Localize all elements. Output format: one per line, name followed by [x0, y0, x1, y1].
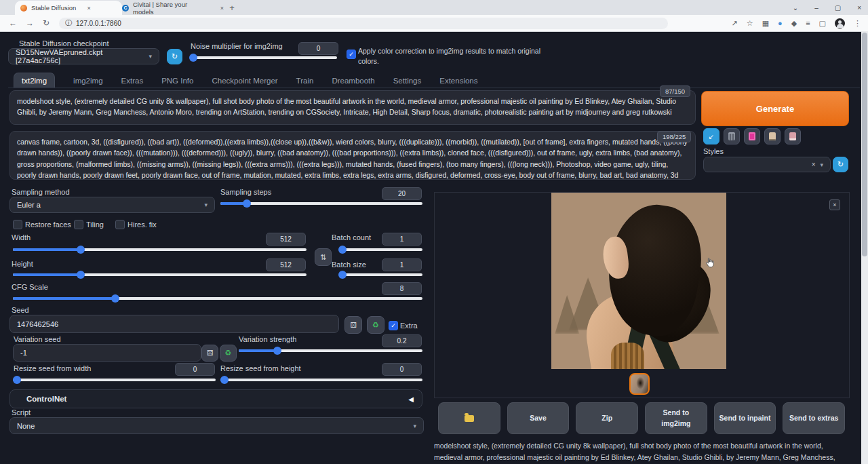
- script-value: None: [17, 422, 35, 430]
- width-value[interactable]: 512: [266, 233, 306, 246]
- save-button[interactable]: Save: [507, 402, 570, 434]
- batch-size-value[interactable]: 1: [382, 258, 422, 271]
- notebook-icon: [769, 132, 776, 140]
- height-label: Height: [12, 260, 33, 268]
- forward-icon[interactable]: →: [26, 18, 34, 28]
- resize-seed-width-value[interactable]: 0: [175, 363, 215, 376]
- controlnet-label: ControlNet: [26, 395, 66, 403]
- tab-close-icon[interactable]: ×: [87, 5, 90, 12]
- random-seed-dice-icon[interactable]: ⚄: [344, 316, 362, 334]
- resize-seed-width-slider[interactable]: [13, 376, 216, 384]
- batch-count-value[interactable]: 1: [382, 233, 422, 246]
- controlnet-accordion[interactable]: ControlNet ◀: [9, 389, 422, 408]
- maximize-icon[interactable]: ▢: [835, 4, 841, 12]
- width-slider[interactable]: [13, 246, 307, 254]
- clear-styles-icon[interactable]: ×: [812, 161, 816, 168]
- variation-dice-icon[interactable]: ⚄: [201, 345, 218, 362]
- batch-size-slider[interactable]: [339, 271, 422, 279]
- variation-seed-input[interactable]: -1: [13, 344, 201, 362]
- tab-png-info[interactable]: PNG Info: [161, 73, 193, 88]
- new-tab-button[interactable]: +: [226, 2, 237, 13]
- seed-input[interactable]: 1476462546: [9, 315, 339, 333]
- menu-dots-icon[interactable]: ⋮: [854, 19, 861, 28]
- seed-label: Seed: [12, 306, 29, 314]
- send-to-extras-button[interactable]: Send to extras: [783, 402, 845, 434]
- height-value[interactable]: 512: [266, 258, 306, 271]
- tab-txt2img[interactable]: txt2img: [14, 73, 55, 88]
- swap-width-height-button[interactable]: ⇅: [315, 248, 332, 266]
- reuse-seed-recycle-icon[interactable]: ♻: [367, 316, 384, 334]
- extension-blue-icon[interactable]: ●: [778, 19, 783, 27]
- tab-checkpoint-merger[interactable]: Checkpoint Merger: [212, 73, 277, 88]
- sampling-steps-value[interactable]: 20: [382, 187, 422, 200]
- browser-tab-stable-diffusion[interactable]: Stable Diffusion ×: [15, 1, 122, 15]
- extra-networks-icon[interactable]: [744, 128, 760, 144]
- profile-avatar[interactable]: [835, 18, 845, 28]
- script-dropdown[interactable]: None ▾: [9, 417, 424, 434]
- chevron-down-icon[interactable]: ⌄: [793, 4, 798, 12]
- bookmark-star-icon[interactable]: ☆: [747, 19, 753, 28]
- generated-image[interactable]: [551, 193, 726, 369]
- styles-dropdown[interactable]: × ▾: [703, 157, 831, 172]
- zip-button[interactable]: Zip: [576, 402, 638, 434]
- tab-settings[interactable]: Settings: [393, 73, 422, 88]
- restore-faces-checkbox[interactable]: [13, 220, 22, 229]
- noise-multiplier-slider[interactable]: [191, 54, 337, 62]
- checkpoint-dropdown[interactable]: SD15NewVAEpruned.ckpt [27a4ac756c] ▾: [8, 48, 159, 64]
- clear-prompt-trash-icon[interactable]: [724, 128, 740, 144]
- refresh-checkpoint-button[interactable]: ↻: [167, 49, 182, 64]
- extensions-puzzle-icon[interactable]: ◆: [791, 19, 797, 28]
- variation-strength-slider[interactable]: [239, 347, 422, 355]
- extra-seed-checkbox[interactable]: ✓: [389, 321, 398, 330]
- window-controls: ⌄ – ▢ ×: [793, 0, 861, 15]
- folder-icon: [465, 415, 474, 422]
- back-icon[interactable]: ←: [9, 18, 17, 28]
- variation-strength-value[interactable]: 0.2: [382, 334, 422, 347]
- variation-recycle-icon[interactable]: ♻: [220, 345, 237, 362]
- close-icon[interactable]: ×: [857, 4, 861, 12]
- close-preview-icon[interactable]: ×: [829, 199, 840, 210]
- prompt-textarea[interactable]: modelshoot style, (extremely detailed CG…: [9, 90, 696, 125]
- tab-extras[interactable]: Extras: [121, 73, 144, 88]
- read-parameters-icon[interactable]: ↙: [703, 128, 719, 144]
- reload-icon[interactable]: ↻: [43, 18, 50, 28]
- tab-train[interactable]: Train: [296, 73, 314, 88]
- reading-list-icon[interactable]: ≡: [806, 19, 810, 27]
- sampling-method-dropdown[interactable]: Euler a ▾: [9, 197, 215, 213]
- url-bar[interactable]: ⓘ 127.0.0.1:7860: [59, 18, 668, 29]
- browser-tab-civitai[interactable]: C Civitai | Share your models ×: [117, 1, 229, 15]
- generation-info-text: modelshoot style, (extremely detailed CG…: [434, 440, 846, 463]
- hires-fix-checkbox[interactable]: [115, 220, 125, 229]
- gallery-thumbnail[interactable]: [629, 373, 650, 395]
- resize-seed-height-value[interactable]: 0: [382, 363, 422, 376]
- minimize-icon[interactable]: –: [814, 4, 818, 12]
- height-slider[interactable]: [13, 271, 307, 279]
- resize-seed-height-slider[interactable]: [220, 376, 422, 384]
- batch-count-slider[interactable]: [339, 246, 422, 254]
- send-to-inpaint-button[interactable]: Send to inpaint: [714, 402, 776, 434]
- browser-tabstrip: Stable Diffusion × C Civitai | Share you…: [0, 0, 868, 15]
- sampling-steps-slider[interactable]: [220, 199, 422, 208]
- share-icon[interactable]: ↗: [732, 19, 738, 28]
- extra-seed-label: Extra: [400, 322, 418, 330]
- apply-style-icon[interactable]: [764, 128, 781, 144]
- refresh-styles-button[interactable]: ↻: [833, 157, 848, 172]
- tab-dreambooth[interactable]: Dreambooth: [332, 73, 374, 88]
- tab-img2img[interactable]: img2img: [73, 73, 102, 88]
- tiling-label: Tiling: [86, 220, 104, 229]
- info-icon[interactable]: ⓘ: [65, 18, 72, 28]
- generate-button[interactable]: Generate: [701, 91, 849, 126]
- open-folder-button[interactable]: [438, 402, 500, 434]
- cfg-scale-value[interactable]: 8: [382, 282, 422, 295]
- color-correction-checkbox[interactable]: ✓: [347, 50, 356, 59]
- side-panel-icon[interactable]: ▢: [819, 19, 826, 28]
- negative-prompt-textarea[interactable]: canvas frame, cartoon, 3d, ((disfigured)…: [9, 131, 696, 180]
- extension-grid-icon[interactable]: ▦: [762, 19, 769, 28]
- scrollbar-thumb[interactable]: [862, 33, 867, 256]
- tab-close-icon[interactable]: ×: [220, 5, 224, 12]
- tab-extensions[interactable]: Extensions: [439, 73, 477, 88]
- tiling-checkbox[interactable]: [74, 220, 83, 229]
- save-style-icon[interactable]: [785, 128, 801, 144]
- send-to-img2img-button[interactable]: Send to img2img: [645, 402, 707, 434]
- cfg-scale-slider[interactable]: [13, 294, 422, 303]
